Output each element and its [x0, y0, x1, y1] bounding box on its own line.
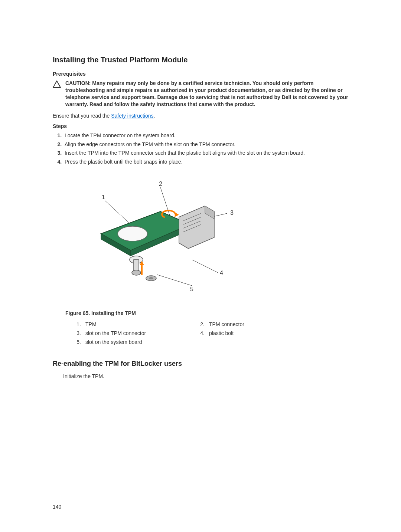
callout-4: 4	[220, 270, 223, 276]
section2-body: Initialize the TPM.	[63, 373, 348, 380]
step-item: Insert the TPM into the TPM connector su…	[63, 150, 348, 157]
legend-num: 3.	[74, 330, 83, 336]
section-heading-reenable-tpm: Re-enabling the TPM for BitLocker users	[53, 360, 348, 368]
svg-rect-18	[134, 260, 139, 271]
caution-text: CAUTION: Many repairs may only be done b…	[65, 80, 348, 108]
tpm-illustration: 1 2 3 4 5	[68, 176, 246, 302]
ensure-paragraph: Ensure that you read the Safety instruct…	[53, 112, 348, 120]
svg-marker-16	[175, 213, 179, 217]
steps-list: Locate the TPM connector on the system b…	[53, 132, 348, 165]
svg-point-19	[132, 270, 141, 275]
callout-3: 3	[230, 210, 234, 216]
svg-point-9	[118, 226, 147, 241]
step-item: Press the plastic bolt until the bolt sn…	[63, 158, 348, 166]
legend-text: slot on the TPM connector	[85, 330, 196, 336]
step-item: Locate the TPM connector on the system b…	[63, 132, 348, 139]
ensure-suffix: .	[154, 113, 155, 119]
callout-1: 1	[102, 194, 105, 200]
svg-point-21	[149, 277, 153, 279]
legend-num: 1.	[74, 321, 83, 327]
prerequisites-label: Prerequisites	[53, 71, 348, 77]
svg-line-4	[192, 260, 218, 273]
figure-legend: 1. TPM 2. TPM connector 3. slot on the T…	[74, 321, 319, 345]
figure-install-tpm: 1 2 3 4 5	[68, 176, 348, 303]
caution-block: CAUTION: Many repairs may only be done b…	[53, 80, 348, 108]
legend-num: 2.	[198, 321, 207, 327]
steps-label: Steps	[53, 123, 348, 129]
callout-2: 2	[159, 181, 162, 187]
legend-text: slot on the system board	[85, 339, 196, 345]
svg-line-5	[157, 275, 192, 286]
legend-num: 4.	[198, 330, 207, 336]
caution-icon	[53, 81, 61, 89]
step-item: Align the edge connectors on the TPM wit…	[63, 141, 348, 148]
legend-text: TPM	[85, 321, 196, 327]
legend-text: TPM connector	[209, 321, 319, 327]
legend-num: 5.	[74, 339, 83, 345]
page-number: 140	[53, 504, 61, 510]
section-heading-install-tpm: Installing the Trusted Platform Module	[53, 56, 348, 64]
safety-instructions-link[interactable]: Safety instructions	[111, 113, 153, 119]
document-page: Installing the Trusted Platform Module P…	[0, 0, 401, 532]
svg-line-1	[105, 200, 131, 224]
figure-caption: Figure 65. Installing the TPM	[65, 310, 348, 316]
ensure-prefix: Ensure that you read the	[53, 113, 111, 119]
legend-text: plastic bolt	[209, 330, 319, 336]
callout-5: 5	[190, 286, 193, 292]
svg-marker-0	[53, 81, 61, 88]
